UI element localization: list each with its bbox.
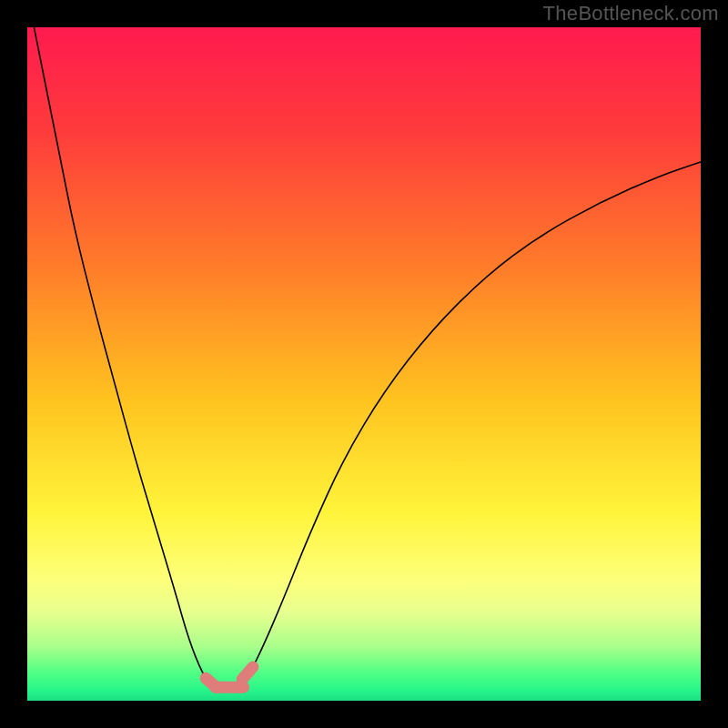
plot-area [27,27,701,701]
watermark-text: TheBottleneck.com [543,2,719,25]
bottleneck-chart [27,27,701,701]
bead-segment-right [242,667,253,680]
outer-frame: TheBottleneck.com [0,0,728,728]
gradient-background [27,27,701,701]
